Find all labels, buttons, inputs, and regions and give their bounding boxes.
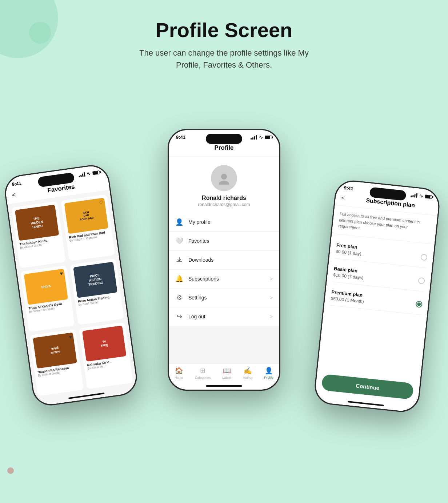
list-item: SHIVA ♥ Truth of Kashi's Gyan By Vikram … (20, 265, 75, 332)
menu-label-favorites: Favorites (188, 238, 273, 244)
home-indicator-right (348, 401, 384, 406)
nav-author[interactable]: ✍ Author (243, 367, 253, 379)
signal-icon (411, 193, 417, 198)
profile-menu: 👤 My profile 🤍 Favorites Downloads (169, 213, 279, 363)
bg-decoration-circle-small (29, 22, 51, 44)
home-nav-icon: 🏠 (175, 367, 183, 375)
home-nav-label: Home (175, 376, 183, 379)
time-center: 9:41 (176, 134, 185, 140)
status-icons-right: ∿ (411, 192, 432, 200)
page-header: Profile Screen The user can change the p… (0, 0, 448, 78)
phone-subscription: 9:41 ∿ < Subscription plan Full access t… (313, 179, 441, 414)
nav-latest[interactable]: 📖 Latest (222, 367, 231, 379)
wifi-icon: ∿ (419, 193, 424, 199)
plans-list: Free plan $0.00 (1 day) Basic plan $10.0… (317, 234, 435, 384)
settings-menu-icon: ⚙ (175, 294, 183, 302)
list-item: RICHDADPOOR DAD ♡ Rich Dad and Poor Dad … (61, 194, 115, 261)
list-item: रामइक्ष्वाकु Ikshvaku Ke V... By Kevin M… (79, 322, 133, 389)
menu-item-logout[interactable]: ↪ Log out > (169, 307, 279, 326)
profile-nav-icon: 👤 (265, 367, 273, 375)
nav-home[interactable]: 🏠 Home (175, 367, 183, 379)
latest-nav-icon: 📖 (223, 367, 231, 375)
menu-item-downloads[interactable]: Downloads (169, 251, 279, 269)
radio-basic[interactable] (418, 277, 425, 284)
menu-item-my-profile[interactable]: 👤 My profile (169, 213, 279, 232)
svg-point-1 (219, 181, 229, 185)
time-right: 9:41 (344, 185, 353, 192)
radio-premium[interactable] (415, 301, 423, 308)
author-nav-icon: ✍ (244, 367, 252, 375)
page-title: Profile Screen (0, 18, 448, 42)
heart-icon[interactable]: ♡ (107, 263, 113, 270)
list-item: THEHIDDENHINDU ♡ The Hidden Hindu By Aks… (12, 201, 66, 268)
heart-icon[interactable]: ♡ (49, 206, 54, 213)
avatar (211, 165, 237, 191)
heart-icon[interactable]: ♡ (98, 199, 104, 206)
nav-profile[interactable]: 👤 Profile (264, 367, 273, 379)
downloads-menu-icon (175, 256, 183, 264)
profile-menu-icon: 👤 (175, 218, 183, 226)
logout-menu-icon: ↪ (175, 313, 183, 321)
favorites-menu-icon: 🤍 (175, 237, 183, 245)
menu-item-settings[interactable]: ⚙ Settings > (169, 289, 279, 307)
profile-screen-title: Profile (215, 144, 234, 151)
book-cover: रामइक्ष्वाकु (82, 326, 127, 362)
profile-nav-label: Profile (264, 376, 273, 379)
list-item: नागाओंका रहस्य ♥ Nagaon Ka Rahasya By Ak… (29, 329, 84, 396)
battery-icon (92, 170, 100, 175)
signal-icon (78, 172, 85, 177)
categories-nav-label: Categories (195, 376, 211, 379)
status-icons-center: ∿ (251, 134, 272, 140)
page-subtitle: The user can change the profile settings… (0, 47, 448, 71)
list-item: PRICEACTIONTRADING ♡ Price Action Tradin… (70, 258, 124, 325)
logout-arrow-icon: > (270, 314, 273, 319)
back-button-left[interactable]: < (12, 191, 16, 199)
author-nav-label: Author (243, 376, 253, 379)
menu-label-downloads: Downloads (188, 257, 273, 263)
menu-item-subscriptions[interactable]: 🔔 Subscriptions > (169, 270, 279, 288)
phone-profile: 9:41 ∿ Profile (168, 129, 280, 391)
settings-arrow-icon: > (270, 295, 273, 301)
wifi-icon: ∿ (87, 170, 91, 176)
home-indicator-center (206, 385, 242, 387)
bg-decoration-dot (7, 467, 14, 474)
subscriptions-menu-icon: 🔔 (175, 275, 183, 283)
svg-point-0 (221, 174, 227, 180)
time-left: 9:41 (12, 180, 22, 187)
phones-container: 9:41 ∿ < Favorites THEHIDDENHIN (0, 93, 448, 420)
signal-icon (251, 135, 257, 140)
menu-label-subscriptions: Subscriptions (188, 276, 265, 282)
latest-nav-label: Latest (222, 376, 231, 379)
menu-item-favorites[interactable]: 🤍 Favorites (169, 232, 279, 250)
subscriptions-arrow-icon: > (270, 276, 273, 282)
profile-email: ronaldrichards@gmail.com (198, 202, 250, 207)
battery-icon (265, 136, 272, 139)
nav-categories[interactable]: ⊞ Categories (195, 367, 211, 379)
menu-label-logout: Log out (188, 314, 265, 319)
wifi-icon: ∿ (259, 134, 263, 140)
phone-favorites: 9:41 ∿ < Favorites THEHIDDENHIN (3, 163, 139, 408)
menu-label-settings: Settings (188, 295, 265, 301)
notch-center (206, 134, 242, 144)
categories-nav-icon: ⊞ (200, 367, 205, 375)
bottom-navigation: 🏠 Home ⊞ Categories 📖 Latest ✍ Author 👤 (169, 363, 279, 383)
radio-free[interactable] (420, 253, 428, 261)
avatar-section: Ronald richards ronaldrichards@gmail.com (169, 156, 279, 213)
books-grid: THEHIDDENHINDU ♡ The Hidden Hindu By Aks… (7, 190, 137, 400)
back-button-right[interactable]: < (341, 194, 345, 201)
profile-username: Ronald richards (202, 195, 246, 201)
status-bar-center: 9:41 ∿ (169, 130, 279, 141)
battery-icon (425, 194, 432, 199)
menu-label-my-profile: My profile (188, 219, 273, 225)
